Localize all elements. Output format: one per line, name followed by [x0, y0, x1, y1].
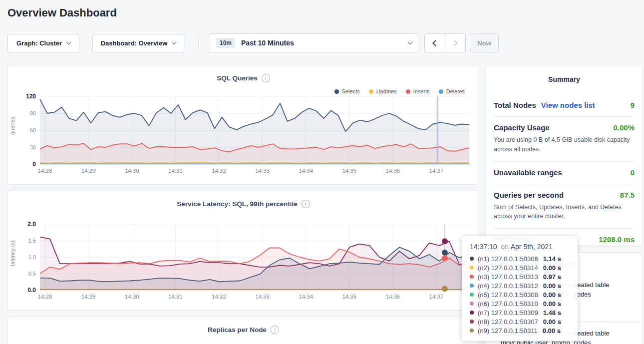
- qps-value: 87.5: [620, 191, 635, 199]
- tooltip-node-value: 1.48 s: [543, 309, 561, 317]
- chevron-left-icon: [432, 40, 439, 46]
- svg-text:14:30: 14:30: [125, 168, 139, 174]
- next-range-button[interactable]: [445, 34, 465, 52]
- sql-queries-chart[interactable]: 030609012014:2814:2914:3014:3114:3214:33…: [12, 92, 476, 177]
- tooltip-node-row: (n4) 127.0.0.1:503120.00 s: [470, 281, 571, 290]
- svg-text:30: 30: [30, 144, 36, 150]
- time-step-buttons: [424, 33, 466, 52]
- tooltip-node-value: 0.00 s: [543, 282, 561, 290]
- tooltip-node-value: 0.00 s: [543, 327, 561, 335]
- svg-text:0: 0: [32, 161, 36, 168]
- summary-title: Summary: [486, 65, 643, 83]
- svg-text:14:32: 14:32: [212, 294, 226, 300]
- tooltip-node-value: 1.14 s: [543, 255, 561, 263]
- tooltip-rows: (n1) 127.0.0.1:503061.14 s(n2) 127.0.0.1…: [470, 254, 571, 335]
- info-icon[interactable]: i: [302, 200, 310, 208]
- node-color-dot-icon: [470, 320, 474, 324]
- chevron-down-icon: [172, 40, 177, 45]
- chevron-right-icon: [451, 40, 458, 46]
- tooltip-node-label: (n3) 127.0.0.1:50313: [478, 273, 538, 281]
- total-nodes-value: 9: [631, 101, 635, 109]
- node-color-dot-icon: [470, 266, 474, 270]
- chart-hover-tooltip: 14:37:10 on Apr 5th, 2021 (n1) 127.0.0.1…: [462, 236, 578, 341]
- dashboard-dropdown-label: Dashboard: Overview: [101, 39, 168, 47]
- prev-range-button[interactable]: [425, 34, 445, 52]
- tooltip-node-row: (n6) 127.0.0.1:503100.00 s: [470, 299, 571, 308]
- node-color-dot-icon: [470, 329, 474, 333]
- view-nodes-list-link[interactable]: View nodes list: [541, 101, 595, 109]
- chevron-down-icon: [66, 40, 71, 45]
- tooltip-node-row: (n1) 127.0.0.1:503061.14 s: [470, 254, 571, 263]
- service-latency-chart[interactable]: 0.00.51.01.52.014:2814:2914:3014:3114:32…: [12, 220, 476, 303]
- total-nodes-label: Total Nodes: [494, 101, 536, 109]
- svg-text:14:31: 14:31: [168, 168, 183, 174]
- info-icon[interactable]: i: [262, 74, 270, 82]
- graph-dropdown-label: Graph: Cluster: [16, 39, 62, 47]
- chevron-down-icon: [408, 39, 413, 44]
- overview-dashboard-page: Overview Dashboard Graph: Cluster Dashbo…: [0, 0, 644, 344]
- sql-queries-panel: SQL Queries i SelectsUpdatesInsertsDelet…: [7, 65, 479, 185]
- page-title: Overview Dashboard: [7, 6, 117, 19]
- svg-text:14:29: 14:29: [81, 294, 96, 300]
- graph-dropdown[interactable]: Graph: Cluster: [7, 34, 79, 52]
- tooltip-node-value: 0.00 s: [543, 264, 561, 272]
- tooltip-node-label: (n2) 127.0.0.1:50314: [478, 264, 538, 272]
- tooltip-node-row: (n2) 127.0.0.1:503140.00 s: [470, 263, 571, 272]
- replicas-per-node-title: Replicas per Node: [208, 326, 267, 334]
- summary-row-qps: Queries per second 87.5 Sum of Selects, …: [494, 184, 635, 229]
- svg-text:14:28: 14:28: [38, 294, 52, 300]
- summary-row-capacity: Capacity Usage 0.00% You are using 0 B o…: [494, 117, 635, 162]
- tooltip-node-row: (n7) 127.0.0.1:503091.48 s: [470, 308, 571, 317]
- summary-panel: Summary Total Nodes View nodes list 9 Ca…: [485, 65, 643, 246]
- time-range-badge: 10m: [216, 38, 235, 48]
- capacity-usage-value: 0.00%: [613, 123, 635, 132]
- tooltip-node-label: (n6) 127.0.0.1:50310: [478, 300, 538, 308]
- toolbar-divider: [198, 34, 199, 52]
- replicas-per-node-panel: Replicas per Node i: [7, 317, 479, 344]
- node-color-dot-icon: [470, 257, 474, 261]
- tooltip-node-label: (n4) 127.0.0.1:50312: [478, 282, 538, 290]
- time-range-label: Past 10 Minutes: [241, 39, 402, 47]
- svg-text:0.5: 0.5: [28, 271, 36, 277]
- node-color-dot-icon: [470, 275, 474, 279]
- capacity-usage-desc: You are using 0 B of 4.5 GiB usable disk…: [494, 135, 635, 154]
- node-color-dot-icon: [470, 302, 474, 306]
- svg-text:14:34: 14:34: [299, 294, 313, 300]
- svg-text:14:33: 14:33: [255, 294, 270, 300]
- svg-text:14:33: 14:33: [255, 168, 270, 174]
- tooltip-node-row: (n5) 127.0.0.1:503080.00 s: [470, 290, 571, 299]
- qps-desc: Sum of Selects, Updates, Inserts, and De…: [494, 203, 635, 222]
- unavailable-ranges-label: Unavailable ranges: [494, 168, 562, 177]
- unavailable-ranges-value: 0: [631, 168, 635, 177]
- node-color-dot-icon: [470, 311, 474, 315]
- now-button[interactable]: Now: [470, 33, 499, 52]
- svg-text:14:29: 14:29: [81, 168, 96, 174]
- svg-text:120: 120: [26, 93, 36, 100]
- svg-text:14:36: 14:36: [385, 168, 400, 174]
- dashboard-dropdown[interactable]: Dashboard: Overview: [92, 34, 184, 52]
- svg-text:2.0: 2.0: [27, 221, 36, 228]
- info-icon[interactable]: i: [271, 326, 279, 334]
- svg-text:14:31: 14:31: [168, 294, 183, 300]
- svg-text:14:30: 14:30: [125, 294, 139, 300]
- svg-text:60: 60: [30, 127, 36, 133]
- tooltip-node-label: (n5) 127.0.0.1:50308: [478, 291, 538, 299]
- tooltip-node-row: (n3) 127.0.0.1:503130.97 s: [470, 272, 571, 281]
- svg-text:14:35: 14:35: [342, 168, 356, 174]
- qps-label: Queries per second: [494, 191, 564, 199]
- p99-latency-value: 1208.0 ms: [599, 235, 635, 244]
- tooltip-node-value: 0.00 s: [543, 318, 561, 326]
- node-color-dot-icon: [470, 284, 474, 288]
- summary-row-unavailable-ranges: Unavailable ranges 0: [494, 162, 635, 184]
- svg-text:1.0: 1.0: [28, 254, 36, 260]
- tooltip-node-label: (n9) 127.0.0.1:50311: [478, 327, 538, 335]
- tooltip-node-row: (n9) 127.0.0.1:503110.00 s: [470, 326, 571, 335]
- service-latency-panel: Service Latency: SQL, 99th percentile i …: [7, 191, 479, 311]
- time-range-selector[interactable]: 10m Past 10 Minutes: [209, 33, 419, 52]
- svg-text:14:37: 14:37: [429, 168, 444, 174]
- tooltip-node-label: (n8) 127.0.0.1:50307: [478, 318, 538, 326]
- service-latency-title: Service Latency: SQL, 99th percentile: [177, 200, 298, 208]
- tooltip-node-label: (n1) 127.0.0.1:50306: [478, 255, 538, 263]
- tooltip-node-row: (n8) 127.0.0.1:503070.00 s: [470, 317, 571, 326]
- svg-text:14:37: 14:37: [429, 294, 444, 300]
